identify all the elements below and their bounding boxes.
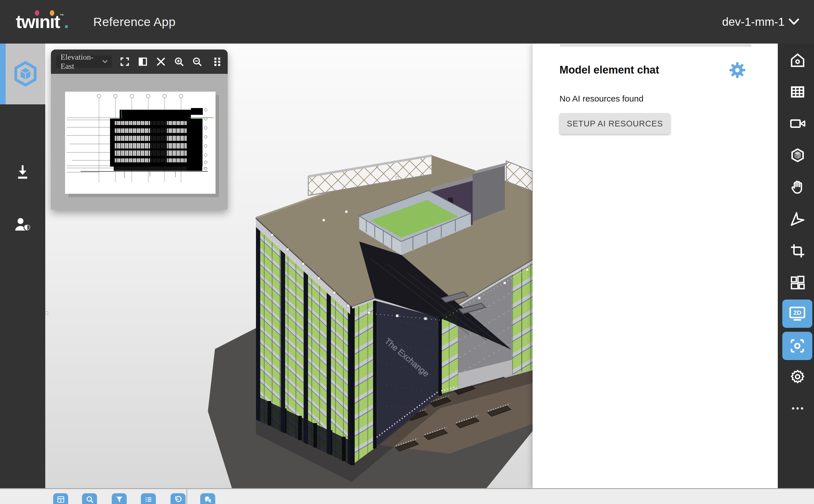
drag-handle[interactable] [212,55,223,68]
right-toolbar: 2D [778,44,814,488]
chat-settings-button[interactable] [728,61,746,79]
top-bar: tw ı n ı t ™ . Reference App dev-1-mm-1 [0,0,814,44]
chevron-down-icon [789,18,799,25]
chat-bubbles-icon [203,495,212,504]
home-button[interactable] [784,47,811,74]
status-message: No AI resources found [559,94,643,104]
crop-button[interactable] [784,237,811,264]
2d-drawing-viewport[interactable] [51,74,228,210]
svg-text:2D: 2D [793,309,801,316]
close-icon [156,56,166,67]
zoom-in-icon [174,56,184,67]
fullscreen-icon [119,56,130,67]
logo-text: n [39,11,50,32]
zoom-out-icon [192,56,203,67]
video-camera-icon [789,115,806,132]
logo-orange-dot [50,10,54,16]
3d-viewport[interactable]: George's Dock [45,44,533,488]
monitor-2d-icon: 2D [788,304,807,323]
list-button[interactable] [141,493,156,504]
crop-icon [790,243,806,259]
sidebar-item-downloads[interactable] [0,151,45,193]
search-button[interactable] [82,493,97,504]
page-title: Reference App [93,15,176,29]
cube-icon [789,147,806,163]
logo-teal-dot: . [64,11,68,32]
logo-text: t [54,11,60,32]
active-indicator [0,44,6,104]
hand-icon [789,179,806,195]
table-button[interactable] [53,493,68,504]
model-button[interactable] [784,142,811,169]
focus-button[interactable] [782,332,812,360]
more-button[interactable] [784,395,811,422]
select-button[interactable] [784,205,811,232]
2d-view-panel: Elevation-East [51,49,228,210]
fullscreen-button[interactable] [119,55,130,68]
settings-button[interactable] [784,363,811,390]
download-icon [14,163,31,181]
grid-icon [789,84,806,100]
chevron-down-icon [102,59,107,64]
view-2d-button[interactable]: 2D [782,300,812,328]
environment-label: dev-1-mm-1 [722,15,785,29]
cube-3d-icon [6,53,45,95]
user-shield-icon [13,216,33,233]
list-icon [144,495,153,504]
table-icon [56,495,65,504]
pointer-icon [789,211,806,227]
layouts-button[interactable] [784,269,811,296]
camera-views-button[interactable] [784,110,811,137]
filter-button[interactable] [112,493,127,504]
home-gear-icon [789,52,806,69]
drag-handle-icon [213,56,222,67]
ellipsis-icon [790,401,805,416]
split-view-button[interactable] [137,55,148,68]
view-selector-label: Elevation-East [61,53,99,71]
filter-icon [115,495,124,504]
left-sidebar [0,44,45,488]
model-element-chat-panel: Model element chat [533,44,778,488]
sidebar-item-model-viewer[interactable] [0,44,45,104]
twinit-logo: tw ı n ı t ™ . [16,11,68,32]
toolbar-divider [186,489,187,504]
app-window: tw ı n ı t ™ . Reference App dev-1-mm-1 [0,0,814,504]
chat-button[interactable] [200,493,215,504]
close-panel-button[interactable] [156,55,166,68]
data-table-button[interactable] [784,78,811,105]
panel-title: Model element chat [559,64,659,76]
zoom-in-button[interactable] [174,55,184,68]
elevation-drawing [51,74,228,210]
logo-text: tw [16,11,35,32]
focus-icon [789,337,806,355]
pan-button[interactable] [784,174,811,201]
environment-dropdown[interactable]: dev-1-mm-1 [722,0,799,44]
bottom-toolbar [0,488,814,504]
sidebar-item-user-admin[interactable] [0,203,45,246]
2d-panel-header: Elevation-East [51,49,228,74]
gear-icon [728,61,746,79]
undo-button[interactable] [171,493,186,504]
logo-pink-dot [35,10,39,16]
search-icon [85,495,94,504]
rotate-ccw-icon [174,495,183,504]
layout-icon [789,274,806,291]
split-view-icon [137,56,148,67]
panel-scrollbar[interactable] [560,44,751,47]
logo-i1: ı [35,11,39,32]
setup-ai-resources-button[interactable]: SETUP AI RESOURCES [559,113,670,134]
view-selector-dropdown[interactable]: Elevation-East [56,55,112,68]
trademark-mark: ™ [60,13,63,18]
zoom-out-button[interactable] [192,55,203,68]
gear-icon [789,369,806,385]
logo-i2: ı [50,11,54,32]
